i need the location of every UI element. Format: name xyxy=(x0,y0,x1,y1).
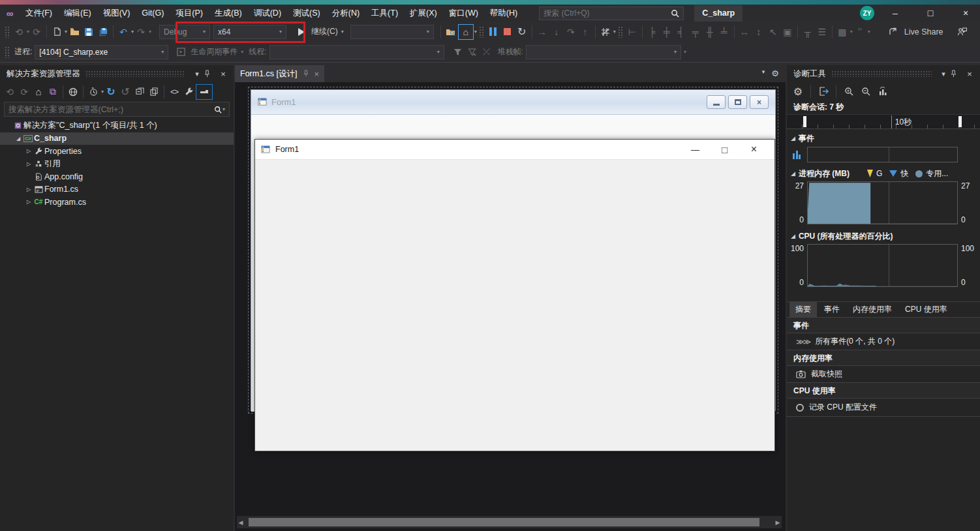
align-rights-icon[interactable]: ╡ xyxy=(674,24,688,40)
tab-pin-icon[interactable] xyxy=(303,70,309,78)
preview-selected-items-icon[interactable] xyxy=(196,84,213,100)
tree-item-form1[interactable]: ▷ Form1.cs xyxy=(0,183,234,196)
threads-combo[interactable]: ▾ xyxy=(269,45,444,59)
menu-build[interactable]: 生成(B) xyxy=(209,5,248,22)
filter-threads-icon[interactable] xyxy=(451,44,465,60)
collapsed-arrow-icon[interactable]: ▷ xyxy=(25,199,33,205)
toolbar-grip[interactable] xyxy=(5,46,10,58)
running-app-window[interactable]: Form1 — □ × xyxy=(254,139,775,451)
window-close-button[interactable]: × xyxy=(951,5,980,22)
find-in-files-icon[interactable] xyxy=(444,24,458,40)
expanded-arrow-icon[interactable]: ◢ xyxy=(14,136,22,142)
menu-help[interactable]: 帮助(H) xyxy=(484,5,523,22)
timeline-current-marker[interactable] xyxy=(958,116,962,127)
designer-minimize-button[interactable] xyxy=(707,95,726,109)
tree-item-appconfig[interactable]: App.config xyxy=(0,170,234,183)
restart-debug-icon[interactable]: ↻ xyxy=(515,24,529,40)
menu-extensions[interactable]: 扩展(X) xyxy=(404,5,443,22)
filter-flagged-icon[interactable] xyxy=(465,44,480,60)
solution-platform-combo[interactable]: x64▾ xyxy=(213,25,286,39)
stackframe-combo[interactable]: ▾ xyxy=(526,45,681,59)
make-same-size-icon[interactable]: ↖ xyxy=(766,24,780,40)
align-bottoms-icon[interactable]: ╧ xyxy=(717,24,731,40)
events-track[interactable] xyxy=(807,147,958,162)
user-avatar[interactable]: ZY xyxy=(860,6,874,20)
scroll-left-arrow-icon[interactable]: ◀ xyxy=(237,519,245,526)
undo-icon[interactable]: ↶ xyxy=(116,24,130,40)
zoom-out-icon[interactable] xyxy=(859,83,873,99)
send-to-back-icon[interactable]: ʻʻ xyxy=(853,24,867,40)
designer-close-button[interactable]: × xyxy=(750,95,769,109)
horizontal-scrollbar[interactable]: ◀ ▶ xyxy=(237,516,782,528)
close-icon[interactable]: × xyxy=(963,69,976,79)
all-files-globe-icon[interactable] xyxy=(66,84,80,100)
tree-item-properties[interactable]: ▷ Properties xyxy=(0,145,234,158)
process-combo[interactable]: [4104] C_sharp.exe▾ xyxy=(35,45,168,59)
pin-icon[interactable] xyxy=(950,70,963,78)
solution-explorer-search-box[interactable]: ▾ xyxy=(4,102,230,117)
make-same-width-icon[interactable]: ↔ xyxy=(737,24,752,40)
lifecycle-events-button[interactable]: 生命周期事件 xyxy=(191,46,237,57)
tab-close-icon[interactable]: × xyxy=(314,69,320,79)
tab-form1-designer[interactable]: Form1.cs [设计] × xyxy=(235,65,324,82)
timeline-start-marker[interactable] xyxy=(803,116,806,127)
live-share-button[interactable]: Live Share xyxy=(904,27,943,37)
designer-maximize-button[interactable] xyxy=(728,95,747,109)
toggle-flagged-icon[interactable]: ⤫ xyxy=(480,44,494,60)
settings-gear-icon[interactable]: ⚙ xyxy=(791,83,805,99)
scrollbar-thumb[interactable] xyxy=(249,518,759,526)
take-snapshot-link[interactable]: 截取快照 xyxy=(787,366,980,383)
record-cpu-profile-link[interactable]: 记录 CPU 配置文件 xyxy=(787,399,980,417)
menu-file[interactable]: 文件(F) xyxy=(20,5,58,22)
toolbar-grip[interactable] xyxy=(5,26,10,38)
debug-target-combo[interactable]: ▾ xyxy=(350,25,434,39)
lifecycle-events-icon[interactable] xyxy=(174,44,188,60)
tree-item-references[interactable]: ▷ 引用 xyxy=(0,158,234,171)
window-minimize-button[interactable]: – xyxy=(881,5,910,22)
expanded-arrow-icon[interactable]: ◢ xyxy=(791,135,795,142)
zoom-in-icon[interactable] xyxy=(842,83,856,99)
chevron-down-icon[interactable]: ▾ xyxy=(937,70,950,78)
step-over-icon[interactable]: ↷ xyxy=(564,24,578,40)
tree-item-project-csharp[interactable]: ◢ C# C_sharp xyxy=(0,132,234,145)
app-maximize-button[interactable]: □ xyxy=(710,140,739,159)
properties-wrench-icon[interactable] xyxy=(181,84,196,100)
redo-icon[interactable]: ↷ xyxy=(134,24,148,40)
app-minimize-button[interactable]: — xyxy=(681,140,710,159)
new-file-icon[interactable] xyxy=(50,24,64,40)
tab-cpu-usage[interactable]: CPU 使用率 xyxy=(899,301,953,318)
memory-chart[interactable] xyxy=(807,181,958,224)
chevron-down-icon[interactable]: ▾ xyxy=(191,70,204,78)
menu-project[interactable]: 项目(P) xyxy=(170,5,209,22)
pending-changes-filter-icon[interactable] xyxy=(86,84,100,100)
continue-button[interactable]: 继续(C) xyxy=(311,26,338,37)
menu-view[interactable]: 视图(V) xyxy=(97,5,136,22)
align-lefts-icon[interactable]: ╞ xyxy=(645,24,660,40)
horizontal-spacing-icon[interactable]: ╥ xyxy=(801,24,815,40)
timeline-ruler[interactable]: 10秒 xyxy=(787,114,980,129)
memory-section-header[interactable]: ◢ 进程内存 (MB) G 快 专用... xyxy=(787,167,980,180)
tab-summary[interactable]: 摘要 xyxy=(789,301,817,318)
align-to-grid-icon[interactable]: ⊢ xyxy=(625,24,639,40)
collapsed-arrow-icon[interactable]: ▷ xyxy=(25,161,33,167)
tree-item-solution[interactable]: 解决方案"C_sharp"(1 个项目/共 1 个) xyxy=(0,119,234,132)
app-window-titlebar[interactable]: Form1 — □ × xyxy=(255,140,774,159)
copy-path-icon[interactable] xyxy=(147,84,161,100)
quick-search-input[interactable] xyxy=(544,8,671,18)
designer-form-titlebar[interactable]: Form1 × xyxy=(251,90,775,115)
menu-window[interactable]: 窗口(W) xyxy=(443,5,484,22)
refresh-icon[interactable]: ↻ xyxy=(104,84,118,100)
live-share-icon[interactable] xyxy=(887,24,902,40)
menu-tools[interactable]: 工具(T) xyxy=(365,5,404,22)
toolbar-grip[interactable] xyxy=(618,26,623,38)
show-next-statement-icon[interactable]: → xyxy=(535,24,549,40)
save-icon[interactable] xyxy=(82,24,96,40)
breakpoints-icon[interactable] xyxy=(598,24,613,40)
diagnostic-tools-header[interactable]: 诊断工具 ▾ × xyxy=(787,65,980,82)
open-folder-icon[interactable] xyxy=(67,24,82,40)
cpu-section-header[interactable]: ◢ CPU (所有处理器的百分比) xyxy=(787,230,980,243)
solution-configuration-combo[interactable]: Debug▾ xyxy=(159,25,210,39)
collapsed-arrow-icon[interactable]: ▷ xyxy=(25,187,33,192)
bring-to-front-icon[interactable]: ▩ xyxy=(835,24,850,40)
solution-explorer-search-input[interactable] xyxy=(8,105,214,114)
